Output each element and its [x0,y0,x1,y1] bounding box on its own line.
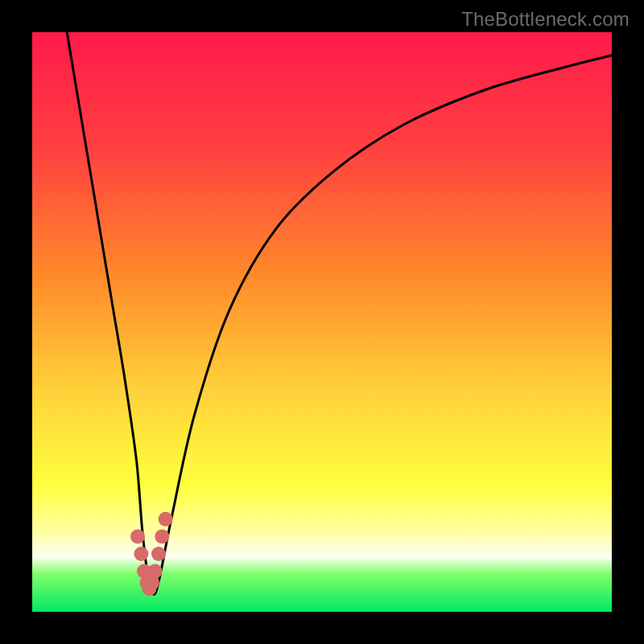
trough-marker-group [130,512,173,596]
bottleneck-curve [67,32,612,594]
watermark-text: TheBottleneck.com [461,8,630,31]
trough-marker-dot [130,529,145,543]
trough-marker-dot [155,529,169,543]
trough-marker-dot [134,547,148,561]
trough-marker-dot [151,547,166,561]
curve-layer [32,32,612,612]
trough-marker-dot [159,512,173,526]
chart-frame: TheBottleneck.com [0,0,644,644]
trough-marker-dot [148,564,163,579]
